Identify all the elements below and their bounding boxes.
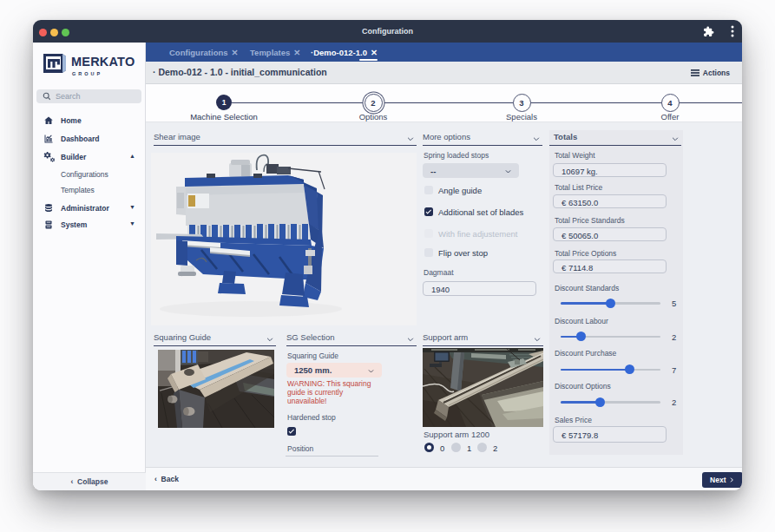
svg-text:GROUP: GROUP	[72, 71, 102, 76]
svg-text:MERKATO: MERKATO	[71, 55, 135, 69]
